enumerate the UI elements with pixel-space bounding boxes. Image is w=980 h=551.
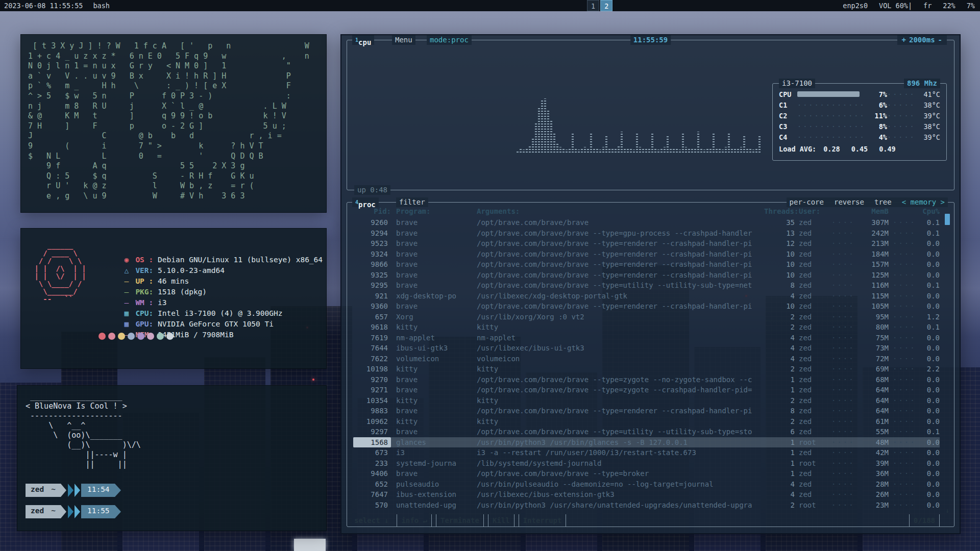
header-arguments[interactable]: Arguments: bbox=[472, 205, 764, 217]
process-row[interactable]: 9271 brave /opt/brave.com/brave/brave --… bbox=[353, 385, 940, 395]
kill-button[interactable]: Kill bbox=[488, 514, 514, 527]
process-row[interactable]: 1568 glances /usr/bin/python3 /usr/bin/g… bbox=[353, 437, 940, 448]
process-row[interactable]: 9324 brave /opt/brave.com/brave/brave --… bbox=[353, 249, 940, 260]
process-arguments: i3 -a --restart /run/user/1000/i3/restar… bbox=[472, 447, 764, 458]
rate-decrease-button[interactable]: - bbox=[938, 36, 942, 44]
header-pid[interactable]: Pid: bbox=[353, 205, 391, 217]
process-row[interactable]: 657 Xorg /usr/lib/xorg/Xorg :0 vt2 2 zed… bbox=[353, 312, 940, 322]
dotted-leader bbox=[827, 468, 856, 479]
cpu-graph-column bbox=[688, 148, 690, 153]
process-row[interactable]: 570 unattended-upg /usr/bin/python3 /usr… bbox=[353, 500, 940, 511]
process-row[interactable]: 10962 kitty kitty 2 zed 61M 0.0 bbox=[353, 416, 940, 427]
dotted-leader bbox=[827, 385, 856, 395]
matrix-line: 9 ( i 7 " > k ? h V T bbox=[28, 141, 319, 152]
ascii-art-line: \______/ bbox=[30, 288, 86, 295]
process-row[interactable]: 10198 kitty kitty 2 zed 69M 2.2 bbox=[353, 364, 940, 374]
cpu-graph-column bbox=[605, 135, 607, 153]
process-row[interactable]: 9294 brave /opt/brave.com/brave/brave --… bbox=[353, 228, 940, 239]
cpu-graph-column bbox=[535, 122, 537, 153]
scroll-down-icon[interactable]: ↓ bbox=[943, 507, 951, 514]
process-pid: 233 bbox=[353, 458, 391, 469]
btop-window[interactable]: 1cpu Menu mode:proc 11:55:59 +2000ms- i3… bbox=[340, 34, 961, 534]
terminal-cmatrix[interactable]: [ t 3 X y J ] ! ? W 1 f c A [ ' p n W1 +… bbox=[20, 34, 327, 213]
scrollbar-thumb[interactable] bbox=[945, 214, 950, 225]
cpu-graph-column bbox=[526, 147, 528, 153]
shell-prompt[interactable]: zed~11:55 bbox=[26, 505, 121, 518]
process-row[interactable]: 9866 brave /opt/brave.com/brave/brave --… bbox=[353, 259, 940, 270]
cpu-graph-column bbox=[556, 142, 558, 153]
ascii-art-line: / / \ \ bbox=[30, 257, 86, 265]
palette-dot bbox=[128, 333, 135, 340]
header-cpu[interactable]: Cpu% bbox=[917, 205, 940, 217]
process-row[interactable]: 9325 brave /opt/brave.com/brave/brave --… bbox=[353, 270, 940, 281]
process-row[interactable]: 9260 brave /opt/brave.com/brave/brave 35… bbox=[353, 217, 940, 228]
info-button[interactable]: info ↵ bbox=[397, 514, 432, 527]
ascii-art-line: -- `` bbox=[30, 295, 86, 303]
process-row[interactable]: 9883 brave /opt/brave.com/brave/brave --… bbox=[353, 406, 940, 416]
process-row[interactable]: 7644 ibus-ui-gtk3 /usr/libexec/ibus-ui-g… bbox=[353, 343, 940, 354]
cpu-graph-column bbox=[731, 147, 733, 153]
process-row[interactable]: 9406 brave /opt/brave.com/brave/brave --… bbox=[353, 468, 940, 479]
select-button[interactable]: select ↓ bbox=[353, 514, 393, 527]
process-user: zed bbox=[795, 322, 827, 333]
process-cpu: 0.1 bbox=[917, 322, 940, 333]
workspace-button[interactable]: 2 bbox=[600, 0, 612, 11]
process-row[interactable]: 233 systemd-journa /lib/systemd/systemd-… bbox=[353, 458, 940, 469]
core-temp: 39°C bbox=[917, 133, 940, 141]
process-footer: select ↓ info ↵ Terminate Kill Interrupt… bbox=[353, 514, 940, 527]
header-memory[interactable]: MemB bbox=[856, 205, 889, 217]
process-row[interactable]: 9295 brave /opt/brave.com/brave/brave --… bbox=[353, 280, 940, 291]
cowsay-line: (__)\ )\/\ bbox=[26, 440, 318, 450]
interrupt-button[interactable]: Interrupt bbox=[519, 514, 567, 527]
process-row[interactable]: 10354 kitty kitty 2 zed 64M 0.0 bbox=[353, 395, 940, 406]
process-row[interactable]: 7647 ibus-extension /usr/libexec/ibus-ex… bbox=[353, 489, 940, 500]
process-arguments: /usr/lib/xorg/Xorg :0 vt2 bbox=[472, 312, 764, 322]
process-row[interactable]: 9297 brave /opt/brave.com/brave/brave --… bbox=[353, 427, 940, 437]
menu-button[interactable]: Menu bbox=[395, 36, 412, 44]
cpu-graph-column bbox=[602, 147, 604, 153]
process-counter: 0/188 bbox=[909, 514, 940, 527]
terminate-button[interactable]: Terminate bbox=[436, 514, 484, 527]
process-cpu: 0.0 bbox=[917, 458, 940, 469]
dotted-leader bbox=[827, 270, 856, 281]
process-row[interactable]: 652 pulseaudio /usr/bin/pulseaudio --dae… bbox=[353, 479, 940, 490]
rate-increase-button[interactable]: + bbox=[902, 36, 906, 44]
process-arguments: /opt/brave.com/brave/brave --type=utilit… bbox=[472, 427, 764, 437]
dotted-leader bbox=[889, 374, 917, 385]
info-icon: – bbox=[124, 297, 135, 308]
cpu-graph-column bbox=[596, 149, 598, 153]
terminal-neofetch[interactable]: ______ / ____ \ / / \ \ | | /\ | | | | \… bbox=[20, 228, 327, 369]
dotted-leader bbox=[889, 489, 917, 500]
dotted-leader bbox=[827, 416, 856, 427]
process-memory: 23M bbox=[856, 500, 889, 511]
cpu-graph-column bbox=[639, 147, 641, 153]
process-memory: 307M bbox=[856, 217, 889, 228]
process-cpu: 0.1 bbox=[917, 280, 940, 291]
process-row[interactable]: 673 i3 i3 -a --restart /run/user/1000/i3… bbox=[353, 447, 940, 458]
scroll-up-icon[interactable]: ↑ bbox=[943, 206, 951, 213]
process-threads: 35 bbox=[764, 217, 795, 228]
terminal-cowsay[interactable]: ____________________< BlueNova Is Cool !… bbox=[17, 385, 327, 531]
process-row[interactable]: 9618 kitty kitty 2 zed 80M 0.1 bbox=[353, 322, 940, 333]
scrollbar[interactable]: ↑ ↓ bbox=[943, 206, 951, 513]
load-average: Load AVG: 0.280.450.49 bbox=[779, 145, 940, 153]
header-program[interactable]: Program: bbox=[391, 205, 472, 217]
workspace-switcher: 12 bbox=[587, 0, 612, 11]
header-user[interactable]: User: bbox=[795, 205, 827, 217]
process-threads: 4 bbox=[764, 333, 795, 343]
process-row[interactable]: 7622 volumeicon volumeicon 4 zed 72M 0.0 bbox=[353, 354, 940, 364]
process-threads: 13 bbox=[764, 228, 795, 239]
workspace-button[interactable]: 1 bbox=[587, 0, 599, 11]
process-arguments: /usr/libexec/ibus-ui-gtk3 bbox=[472, 343, 764, 354]
process-row[interactable]: 9270 brave /opt/brave.com/brave/brave --… bbox=[353, 374, 940, 385]
header-threads[interactable]: Threads: bbox=[764, 205, 795, 217]
shell-prompt[interactable]: zed~11:54 bbox=[26, 484, 121, 497]
process-row[interactable]: 9523 brave /opt/brave.com/brave/brave --… bbox=[353, 238, 940, 249]
process-row[interactable]: 7619 nm-applet nm-applet 4 zed 75M 0.0 bbox=[353, 333, 940, 343]
process-cpu: 0.1 bbox=[917, 228, 940, 239]
process-row[interactable]: 921 xdg-desktop-po /usr/libexec/xdg-desk… bbox=[353, 291, 940, 302]
info-value: i3 bbox=[158, 298, 166, 307]
palette-dot bbox=[157, 333, 164, 340]
process-row[interactable]: 9360 brave /opt/brave.com/brave/brave --… bbox=[353, 301, 940, 312]
process-table-header: Pid: Program: Arguments: Threads: User: … bbox=[353, 205, 940, 217]
